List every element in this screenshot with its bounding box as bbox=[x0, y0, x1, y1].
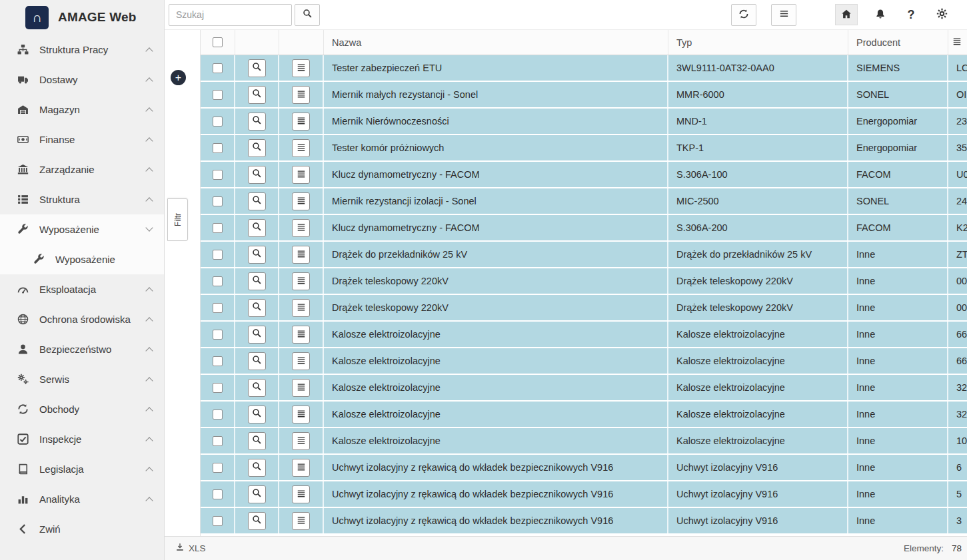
row-menu-button[interactable] bbox=[292, 272, 310, 290]
row-menu-button[interactable] bbox=[292, 59, 310, 77]
notifications-button[interactable] bbox=[872, 5, 888, 25]
table-row[interactable]: Drążek teleskopowy 220kV Drążek teleskop… bbox=[201, 268, 967, 295]
row-checkbox[interactable] bbox=[213, 410, 223, 420]
table-row[interactable]: Miernik rezystancji izolacji - Sonel MIC… bbox=[201, 188, 967, 215]
row-checkbox[interactable] bbox=[213, 489, 223, 499]
table-row[interactable]: Tester komór próżniowych TKP-1 Energopom… bbox=[201, 135, 967, 162]
table-row[interactable]: Miernik małych rezystancji - Sonel MMR-6… bbox=[201, 82, 967, 109]
sidebar-item-analityka[interactable]: Analityka bbox=[0, 484, 164, 514]
table-row[interactable]: Drążek do przekładników 25 kV Drążek do … bbox=[201, 242, 967, 268]
table-row[interactable]: Kalosze elektroizolacyjne Kalosze elektr… bbox=[201, 348, 967, 375]
row-menu-button[interactable] bbox=[292, 406, 310, 423]
sidebar-item-struktura[interactable]: Struktura bbox=[0, 184, 164, 214]
table-row[interactable]: Uchwyt izolacyjny z rękawicą do wkładek … bbox=[201, 508, 967, 535]
help-button[interactable]: ? bbox=[903, 5, 919, 25]
row-checkbox[interactable] bbox=[213, 330, 223, 340]
row-preview-button[interactable] bbox=[248, 512, 266, 530]
row-checkbox[interactable] bbox=[213, 436, 223, 446]
sidebar-item-ochrona-srodowiska[interactable]: Ochrona środowiska bbox=[0, 304, 164, 334]
row-checkbox[interactable] bbox=[213, 383, 223, 393]
row-menu-button[interactable] bbox=[292, 352, 310, 370]
row-menu-button[interactable] bbox=[292, 432, 310, 450]
sidebar-item-finanse[interactable]: Finanse bbox=[0, 125, 164, 154]
table-row[interactable]: Miernik Nierównoczesności MND-1 Energopo… bbox=[201, 109, 967, 135]
row-preview-button[interactable] bbox=[248, 246, 266, 264]
row-preview-button[interactable] bbox=[248, 139, 266, 157]
column-header-typ[interactable]: Typ bbox=[668, 30, 848, 55]
home-button[interactable] bbox=[835, 4, 858, 25]
sidebar-item-inspekcje[interactable]: Inspekcje bbox=[0, 424, 164, 454]
row-checkbox[interactable] bbox=[213, 463, 223, 473]
settings-button[interactable] bbox=[934, 5, 950, 25]
row-preview-button[interactable] bbox=[248, 459, 266, 477]
row-checkbox[interactable] bbox=[213, 223, 223, 233]
row-preview-button[interactable] bbox=[248, 86, 266, 104]
sidebar-item-legislacja[interactable]: Legislacja bbox=[0, 454, 164, 484]
row-checkbox[interactable] bbox=[213, 170, 223, 180]
table-row[interactable]: Kalosze elektroizolacyjne Kalosze elektr… bbox=[201, 322, 967, 348]
select-all-checkbox[interactable] bbox=[213, 37, 223, 47]
filter-tab[interactable]: Filtr bbox=[167, 198, 188, 241]
column-settings-button[interactable] bbox=[950, 35, 964, 50]
table-row[interactable]: Kalosze elektroizolacyjne Kalosze elektr… bbox=[201, 375, 967, 402]
row-preview-button[interactable] bbox=[248, 406, 266, 423]
row-menu-button[interactable] bbox=[292, 459, 310, 477]
row-preview-button[interactable] bbox=[248, 299, 266, 317]
row-menu-button[interactable] bbox=[292, 326, 310, 344]
sidebar-item-obchody[interactable]: Obchody bbox=[0, 394, 164, 424]
row-checkbox[interactable] bbox=[213, 516, 223, 526]
row-menu-button[interactable] bbox=[292, 246, 310, 264]
sidebar-item-struktura-pracy[interactable]: Struktura Pracy bbox=[0, 35, 164, 65]
search-input[interactable] bbox=[169, 4, 292, 26]
row-preview-button[interactable] bbox=[248, 59, 266, 77]
row-checkbox[interactable] bbox=[213, 276, 223, 286]
row-menu-button[interactable] bbox=[292, 485, 310, 503]
search-button[interactable] bbox=[295, 4, 320, 26]
export-xls-button[interactable]: XLS bbox=[175, 543, 206, 554]
row-checkbox[interactable] bbox=[213, 90, 223, 100]
row-checkbox[interactable] bbox=[213, 356, 223, 366]
row-checkbox[interactable] bbox=[213, 63, 223, 73]
table-row[interactable]: Uchwyt izolacyjny z rękawicą do wkładek … bbox=[201, 455, 967, 481]
row-menu-button[interactable] bbox=[292, 299, 310, 317]
row-menu-button[interactable] bbox=[292, 86, 310, 104]
table-row[interactable]: Kalosze elektroizolacyjne Kalosze elektr… bbox=[201, 402, 967, 428]
sidebar-item-wyposazenie-sub[interactable]: Wyposażenie bbox=[0, 244, 164, 274]
sidebar-item-zwin[interactable]: Zwiń bbox=[0, 514, 164, 544]
row-preview-button[interactable] bbox=[248, 272, 266, 290]
row-preview-button[interactable] bbox=[248, 326, 266, 344]
sidebar-item-dostawy[interactable]: Dostawy bbox=[0, 65, 164, 95]
menu-button[interactable] bbox=[771, 4, 796, 26]
sidebar-item-serwis[interactable]: Serwis bbox=[0, 364, 164, 394]
sidebar-item-eksploatacja[interactable]: Eksploatacja bbox=[0, 274, 164, 304]
table-row[interactable]: Drążek teleskopowy 220kV Drążek teleskop… bbox=[201, 295, 967, 322]
add-filter-button[interactable]: + bbox=[171, 70, 186, 85]
table-row[interactable]: Klucz dynamometryczny - FACOM S.306A-100… bbox=[201, 162, 967, 188]
row-preview-button[interactable] bbox=[248, 166, 266, 184]
table-row[interactable]: Kalosze elektroizolacyjne Kalosze elektr… bbox=[201, 428, 967, 455]
row-menu-button[interactable] bbox=[292, 219, 310, 237]
row-menu-button[interactable] bbox=[292, 512, 310, 530]
row-preview-button[interactable] bbox=[248, 432, 266, 450]
table-row[interactable]: Tester zabezpieczeń ETU 3WL9111-0AT32-0A… bbox=[201, 55, 967, 82]
row-checkbox[interactable] bbox=[213, 117, 223, 127]
row-preview-button[interactable] bbox=[248, 192, 266, 210]
row-preview-button[interactable] bbox=[248, 379, 266, 397]
row-checkbox[interactable] bbox=[213, 303, 223, 313]
column-header-nazwa[interactable]: Nazwa bbox=[324, 30, 668, 55]
row-menu-button[interactable] bbox=[292, 379, 310, 397]
row-menu-button[interactable] bbox=[292, 192, 310, 210]
sidebar-item-bezpieczenstwo[interactable]: Bezpieczeństwo bbox=[0, 334, 164, 364]
row-preview-button[interactable] bbox=[248, 352, 266, 370]
sidebar-item-zarzadzanie[interactable]: Zarządzanie bbox=[0, 154, 164, 184]
row-checkbox[interactable] bbox=[213, 196, 223, 206]
table-row[interactable]: Klucz dynamometryczny - FACOM S.306A-200… bbox=[201, 215, 967, 242]
column-header-producent[interactable]: Producent bbox=[848, 30, 948, 55]
row-checkbox[interactable] bbox=[213, 143, 223, 153]
row-preview-button[interactable] bbox=[248, 219, 266, 237]
sidebar-item-magazyn[interactable]: Magazyn bbox=[0, 95, 164, 125]
refresh-button[interactable] bbox=[731, 4, 756, 26]
row-checkbox[interactable] bbox=[213, 250, 223, 260]
table-row[interactable]: Uchwyt izolacyjny z rękawicą do wkładek … bbox=[201, 481, 967, 508]
row-menu-button[interactable] bbox=[292, 113, 310, 131]
